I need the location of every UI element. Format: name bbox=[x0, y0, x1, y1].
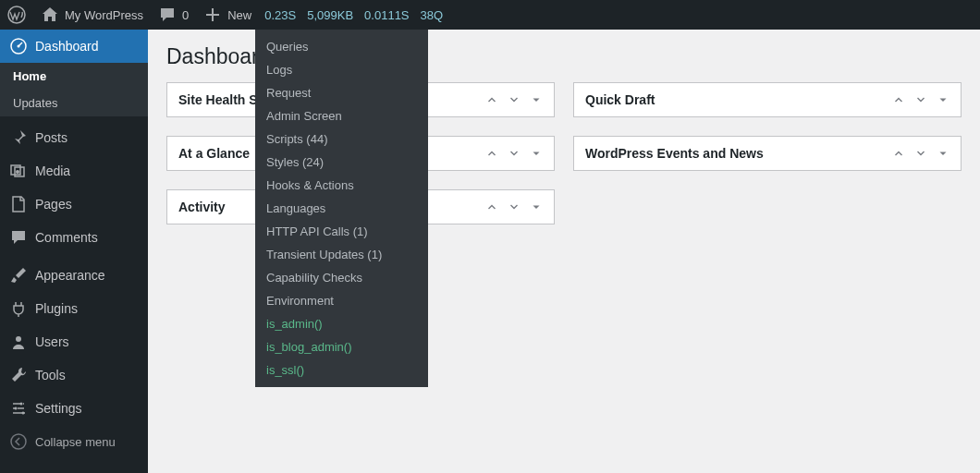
sidebar-item-posts[interactable]: Posts bbox=[0, 121, 148, 154]
stat-db[interactable]: 0.0111S bbox=[359, 8, 414, 22]
sidebar-item-users[interactable]: Users bbox=[0, 325, 148, 358]
chevron-up-icon[interactable] bbox=[485, 147, 498, 160]
dropdown-item-scripts[interactable]: Scripts (44) bbox=[255, 127, 428, 151]
dropdown-item-transient[interactable]: Transient Updates (1) bbox=[255, 243, 428, 266]
sidebar-sub-home[interactable]: Home bbox=[0, 63, 148, 90]
caret-down-icon[interactable] bbox=[530, 93, 543, 106]
dropdown-item-languages[interactable]: Languages bbox=[255, 197, 428, 220]
new-content[interactable]: New bbox=[196, 0, 259, 30]
svg-point-8 bbox=[11, 434, 26, 449]
new-label: New bbox=[227, 8, 251, 22]
caret-down-icon[interactable] bbox=[530, 147, 543, 160]
stat-time[interactable]: 0.23S bbox=[259, 8, 301, 22]
sidebar-sub-updates[interactable]: Updates bbox=[0, 90, 148, 116]
dropdown-item-hooks[interactable]: Hooks & Actions bbox=[255, 174, 428, 197]
page-icon bbox=[9, 195, 28, 213]
sidebar-item-dashboard[interactable]: Dashboard bbox=[0, 30, 148, 63]
dropdown-item-environment[interactable]: Environment bbox=[255, 289, 428, 312]
sidebar-item-plugins[interactable]: Plugins bbox=[0, 292, 148, 325]
chevron-up-icon[interactable] bbox=[892, 93, 905, 106]
sidebar-item-tools[interactable]: Tools bbox=[0, 358, 148, 392]
svg-point-6 bbox=[15, 407, 18, 410]
chevron-up-icon[interactable] bbox=[892, 147, 905, 160]
collapse-menu[interactable]: Collapse menu bbox=[0, 425, 148, 458]
svg-point-5 bbox=[20, 403, 23, 406]
chevron-down-icon[interactable] bbox=[508, 93, 521, 106]
dashboard-icon bbox=[9, 37, 28, 55]
svg-point-4 bbox=[16, 336, 21, 342]
comments-link[interactable]: 0 bbox=[151, 0, 196, 30]
widget-title: At a Glance bbox=[178, 146, 250, 161]
sidebar-item-comments[interactable]: Comments bbox=[0, 221, 148, 254]
plugin-icon bbox=[9, 299, 28, 318]
dropdown-item-request[interactable]: Request bbox=[255, 81, 428, 104]
widget-events: WordPress Events and News bbox=[573, 136, 962, 171]
media-icon bbox=[9, 162, 28, 180]
dropdown-item-queries[interactable]: Queries bbox=[255, 35, 428, 58]
dropdown-item-http[interactable]: HTTP API Calls (1) bbox=[255, 220, 428, 243]
dropdown-item-admin-screen[interactable]: Admin Screen bbox=[255, 104, 428, 127]
sidebar-item-media[interactable]: Media bbox=[0, 154, 148, 188]
svg-point-3 bbox=[16, 170, 19, 174]
chevron-down-icon[interactable] bbox=[914, 93, 927, 106]
chevron-down-icon[interactable] bbox=[508, 147, 521, 160]
dashboard-label: Dashboard bbox=[35, 39, 99, 54]
dropdown-item-capability[interactable]: Capability Checks bbox=[255, 266, 428, 289]
caret-down-icon[interactable] bbox=[530, 200, 543, 213]
sidebar-item-settings[interactable]: Settings bbox=[0, 392, 148, 425]
chevron-up-icon[interactable] bbox=[485, 200, 498, 213]
chevron-up-icon[interactable] bbox=[485, 93, 498, 106]
widget-title: Activity bbox=[178, 200, 226, 214]
site-name: My WordPress bbox=[65, 8, 143, 22]
admin-topbar: My WordPress 0 New 0.23S 5,099KB 0.0111S… bbox=[0, 0, 980, 30]
caret-down-icon[interactable] bbox=[937, 93, 949, 106]
wp-logo[interactable] bbox=[0, 0, 33, 30]
brush-icon bbox=[9, 266, 28, 285]
widget-quick-draft: Quick Draft bbox=[573, 82, 962, 117]
stat-queries[interactable]: 38Q bbox=[415, 8, 449, 22]
stat-memory[interactable]: 5,099KB bbox=[301, 8, 359, 22]
query-monitor-dropdown: Queries Logs Request Admin Screen Script… bbox=[255, 30, 428, 387]
sidebar-item-appearance[interactable]: Appearance bbox=[0, 259, 148, 292]
comments-count: 0 bbox=[182, 8, 189, 22]
widget-title: WordPress Events and News bbox=[585, 146, 764, 161]
collapse-icon bbox=[9, 432, 28, 451]
dropdown-item-is-admin[interactable]: is_admin() bbox=[255, 312, 428, 335]
caret-down-icon[interactable] bbox=[937, 147, 949, 160]
dropdown-item-is-ssl[interactable]: is_ssl() bbox=[255, 358, 428, 382]
dropdown-item-styles[interactable]: Styles (24) bbox=[255, 151, 428, 174]
settings-icon bbox=[9, 399, 28, 418]
dropdown-item-logs[interactable]: Logs bbox=[255, 58, 428, 81]
pin-icon bbox=[9, 128, 28, 147]
widget-title: Quick Draft bbox=[585, 92, 655, 107]
sidebar-item-pages[interactable]: Pages bbox=[0, 188, 148, 221]
comment-icon bbox=[9, 228, 28, 247]
admin-sidebar: Dashboard Home Updates Posts Media Pages… bbox=[0, 30, 148, 473]
user-icon bbox=[9, 333, 28, 351]
chevron-down-icon[interactable] bbox=[508, 200, 521, 213]
svg-point-2 bbox=[18, 45, 20, 48]
wrench-icon bbox=[9, 366, 28, 384]
dropdown-item-is-blog-admin[interactable]: is_blog_admin() bbox=[255, 335, 428, 358]
site-link[interactable]: My WordPress bbox=[33, 0, 151, 30]
chevron-down-icon[interactable] bbox=[914, 147, 927, 160]
svg-point-7 bbox=[22, 412, 25, 415]
